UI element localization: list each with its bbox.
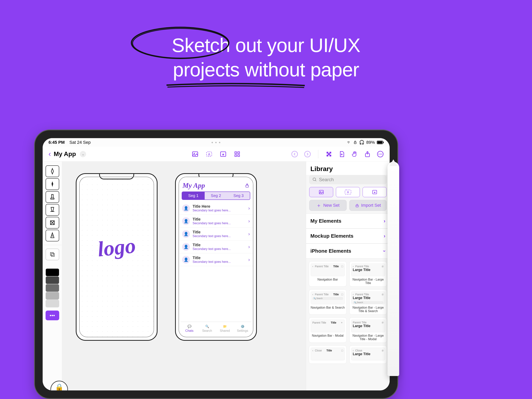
redo-icon[interactable] <box>304 151 311 158</box>
segmented-control[interactable]: Seg 1 Seg 2 Seg 3 <box>182 192 250 200</box>
library-element-card[interactable]: ‹ Close⎚Large Title <box>349 345 387 364</box>
hand-icon[interactable] <box>351 151 358 158</box>
svg-rect-4 <box>377 141 382 144</box>
phone2-tabbar: 💬Chats 🔍Search 📁Shared ⚙️Settings <box>181 322 251 335</box>
svg-point-20 <box>378 154 379 154</box>
headline-line2: projects without paper <box>173 59 359 80</box>
tab-search[interactable]: 🔍Search <box>198 322 216 335</box>
list-item[interactable]: 👤 Title Here Secondary text goes here...… <box>179 202 253 215</box>
lock-icon <box>353 141 357 144</box>
list-subtitle: Secondary text goes here... <box>193 209 231 212</box>
tab-shared[interactable]: 📁Shared <box>216 322 234 335</box>
section-mockup-elements[interactable]: Mockup Elements› <box>306 229 390 244</box>
avatar-icon: 👤 <box>182 230 190 238</box>
eraser-tool[interactable] <box>45 217 59 229</box>
apple-pencil <box>387 162 399 376</box>
library-panel: Library Search A ★ ＋New Set Import Set M… <box>306 161 390 390</box>
color-swatch[interactable] <box>45 300 59 308</box>
segment-3[interactable]: Seg 3 <box>227 192 250 200</box>
sketch-underline <box>165 83 306 89</box>
element-caption: Navigation Bar <box>310 278 345 281</box>
document-title[interactable]: My App <box>54 150 76 158</box>
more-icon[interactable] <box>377 151 384 158</box>
chevron-right-icon: › <box>248 206 250 211</box>
segment-2[interactable]: Seg 2 <box>205 192 227 200</box>
chevron-right-icon: › <box>248 257 250 262</box>
library-element-card[interactable]: ‹ Parent Title⎚Large TitleNavigation Bar… <box>349 261 387 287</box>
image-icon[interactable] <box>192 151 199 158</box>
brush-tool[interactable] <box>45 191 59 203</box>
chevron-right-icon: › <box>248 231 250 237</box>
phone-mockup-2[interactable]: My App Seg 1 Seg 2 Seg 3 👤 Title Here Se… <box>175 173 257 341</box>
list-title: Title <box>193 243 231 247</box>
svg-text:★: ★ <box>222 152 225 156</box>
svg-point-27 <box>313 178 316 180</box>
list-subtitle: Secondary text goes here... <box>193 234 231 238</box>
ruler-tool[interactable] <box>45 230 59 241</box>
highlighter-tool[interactable] <box>45 204 59 216</box>
lib-tab-text[interactable]: A <box>336 187 360 197</box>
share-icon[interactable] <box>364 151 371 158</box>
multitask-dots[interactable]: • • • <box>211 140 221 145</box>
library-element-card[interactable]: ‹ Parent Title Title□🔍 SearchNavigation … <box>309 289 347 315</box>
new-page-icon[interactable] <box>338 151 345 158</box>
lib-tab-star[interactable]: ★ <box>363 187 386 197</box>
undo-icon[interactable] <box>291 151 298 158</box>
color-picker-btn[interactable]: ••• <box>45 310 59 320</box>
list-title: Title Here <box>193 204 231 209</box>
chevron-right-icon: › <box>248 219 250 224</box>
layers-btn[interactable] <box>45 249 59 260</box>
svg-rect-15 <box>238 155 240 156</box>
tab-chats[interactable]: 💬Chats <box>181 322 198 335</box>
list-item[interactable]: 👤 Title Secondary text goes here... › <box>179 240 253 253</box>
lib-tab-image[interactable] <box>309 187 333 197</box>
color-swatch[interactable] <box>45 276 59 284</box>
phone-mockup-1[interactable]: logo <box>76 173 158 341</box>
svg-rect-25 <box>51 253 54 256</box>
search-icon <box>312 177 317 182</box>
canvas-area[interactable]: logo My App Seg 1 Seg 2 Seg 3 <box>62 161 306 390</box>
elements-grid: ‹ Parent Title Title□Navigation Bar‹ Par… <box>306 258 390 367</box>
phone2-share-icon <box>245 183 249 188</box>
battery-pct: 89% <box>366 140 375 145</box>
section-iphone-elements[interactable]: iPhone Elements› <box>306 244 390 258</box>
color-swatch[interactable] <box>45 292 59 300</box>
color-swatch[interactable] <box>45 284 59 292</box>
text-box-icon[interactable]: A <box>206 151 213 158</box>
svg-text:A: A <box>208 152 210 156</box>
star-box-icon[interactable]: ★ <box>220 151 227 158</box>
tab-settings[interactable]: ⚙️Settings <box>234 322 251 335</box>
element-caption: Navigation Bar & Search <box>310 306 345 309</box>
avatar-icon: 👤 <box>182 243 190 251</box>
title-dropdown[interactable]: ⌄ <box>80 151 86 157</box>
section-my-elements[interactable]: My Elements› <box>306 213 390 229</box>
svg-rect-13 <box>238 152 240 154</box>
avatar-icon: 👤 <box>182 204 190 212</box>
list-item[interactable]: 👤 Title Secondary text goes here... › <box>179 215 253 228</box>
grid-icon[interactable] <box>234 151 241 158</box>
library-element-card[interactable]: ‹ Parent Title Title□Navigation Bar <box>309 261 347 287</box>
list-item[interactable]: 👤 Title Secondary text goes here... › <box>179 228 253 240</box>
list-title: Title <box>193 230 231 234</box>
library-element-card[interactable]: ‹ Parent Title⎚Large Title🔍 SearchNaviga… <box>349 289 387 315</box>
library-element-card[interactable]: ‹ Close Title□ <box>309 345 347 364</box>
svg-rect-5 <box>383 142 384 143</box>
library-element-card[interactable]: Parent Title⎚Large TitleNavigation Bar -… <box>349 317 387 343</box>
element-caption: Navigation Bar - Large Title - Modal <box>351 334 385 341</box>
puzzle-icon[interactable] <box>325 151 332 158</box>
segment-1[interactable]: Seg 1 <box>182 192 205 200</box>
pen-tool-2[interactable] <box>45 178 59 190</box>
library-element-card[interactable]: Parent Title Title＋Navigation Bar - Moda… <box>309 317 347 343</box>
import-set-button[interactable]: Import Set <box>349 200 387 211</box>
avatar-icon: 👤 <box>182 256 190 264</box>
new-set-button[interactable]: ＋New Set <box>309 200 347 211</box>
color-swatch[interactable] <box>45 269 59 276</box>
tool-palette: ••• <box>43 161 62 390</box>
headphone-icon: 🎧 <box>359 140 364 145</box>
library-search[interactable]: Search <box>309 175 386 184</box>
list-subtitle: Secondary text goes here... <box>193 221 231 225</box>
list-item[interactable]: 👤 Title Secondary text goes here... › <box>179 253 253 266</box>
search-placeholder: Search <box>319 177 334 182</box>
pen-tool-1[interactable] <box>45 165 59 177</box>
back-button[interactable]: ‹ <box>49 150 51 158</box>
